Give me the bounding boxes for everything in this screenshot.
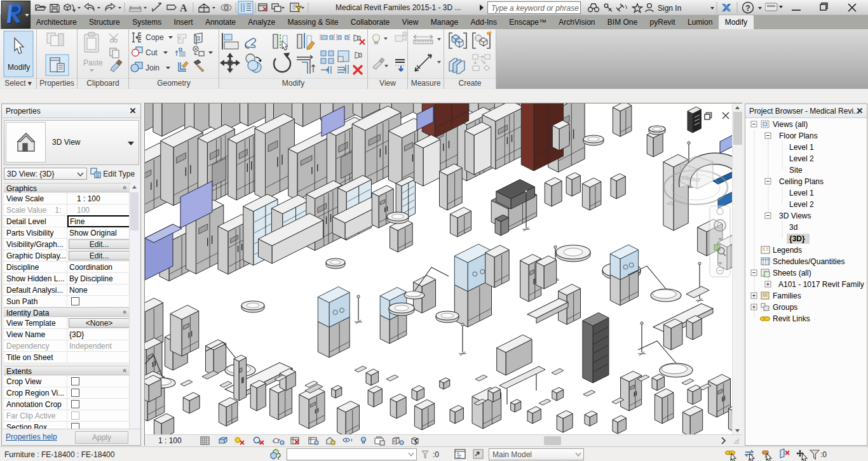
svg-text:Level 2: Level 2 <box>789 200 814 209</box>
svg-text:Groups: Groups <box>773 303 797 312</box>
svg-text:Ceiling Plans: Ceiling Plans <box>779 177 824 186</box>
svg-text:Level 2: Level 2 <box>789 154 814 163</box>
svg-text:Sheets (all): Sheets (all) <box>773 269 811 277</box>
svg-text:Level 1: Level 1 <box>789 143 814 152</box>
svg-text:Cut: Cut <box>146 48 158 57</box>
svg-text::0: :0 <box>820 450 827 459</box>
svg-text:{3D}: {3D} <box>789 234 805 243</box>
svg-text:Cope: Cope <box>146 33 164 42</box>
svg-text:Level 1: Level 1 <box>789 189 814 197</box>
svg-text:Join: Join <box>146 63 159 72</box>
svg-text:Legends: Legends <box>773 246 802 255</box>
svg-text:Paste: Paste <box>83 58 103 67</box>
svg-text:A101 - 1017 Revit Family: A101 - 1017 Revit Family <box>778 280 864 289</box>
svg-text:Families: Families <box>773 291 801 300</box>
svg-text:3d: 3d <box>789 223 797 232</box>
svg-text:Revit Links: Revit Links <box>773 314 810 323</box>
svg-text:?: ? <box>745 4 750 13</box>
svg-text:Schedules/Quantities: Schedules/Quantities <box>773 257 844 266</box>
svg-text::0: :0 <box>433 450 439 459</box>
svg-text:Modify: Modify <box>8 63 30 72</box>
svg-text:Floor Plans: Floor Plans <box>779 131 818 140</box>
svg-text:3D Views: 3D Views <box>779 211 811 220</box>
svg-text:A: A <box>180 3 187 13</box>
svg-text:Site: Site <box>789 166 803 175</box>
svg-text:Views (all): Views (all) <box>773 120 808 129</box>
